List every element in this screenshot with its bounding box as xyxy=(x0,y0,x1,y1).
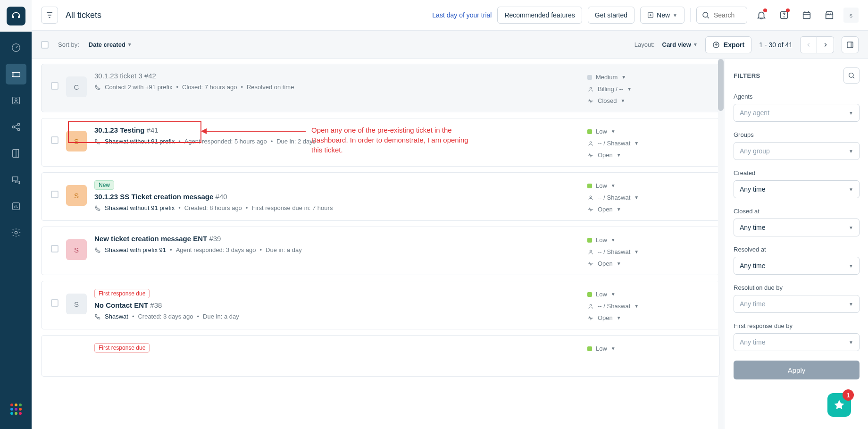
svg-point-18 xyxy=(590,195,592,197)
prev-page-button[interactable] xyxy=(800,36,817,53)
group-dropdown[interactable]: -- / Shaswat▼ xyxy=(587,303,710,310)
ticket-checkbox[interactable] xyxy=(51,299,58,307)
nav-dashboard[interactable] xyxy=(6,37,26,58)
svg-rect-13 xyxy=(803,13,810,19)
phone-icon xyxy=(94,138,101,145)
layout-dropdown[interactable]: Card view ▼ xyxy=(662,41,698,48)
nav-tickets[interactable] xyxy=(6,64,26,84)
ticket-title[interactable]: 30.1.23 ticket 3 #42 xyxy=(94,72,156,80)
select-all-checkbox[interactable] xyxy=(41,41,49,49)
search-input[interactable] xyxy=(714,11,742,19)
ticket-row[interactable]: First response due Low▼ xyxy=(41,335,720,377)
ticket-contact[interactable]: Contact 2 with +91 prefix xyxy=(105,84,172,91)
nav-admin[interactable] xyxy=(6,222,26,243)
ticket-meta: Shaswat with prefix 91 •Agent responded:… xyxy=(94,246,580,253)
ticket-checkbox[interactable] xyxy=(51,82,58,90)
help-button[interactable] xyxy=(776,7,793,24)
ticket-meta: Shaswat without 91 prefix •Created: 8 ho… xyxy=(94,204,580,211)
chevron-down-icon: ▼ xyxy=(611,237,616,243)
priority-dropdown[interactable]: Low▼ xyxy=(587,182,710,189)
header: All tickets Last day of your trial Recom… xyxy=(32,0,868,31)
marketplace-button[interactable] xyxy=(821,7,838,24)
ticket-title[interactable]: New ticket creation message ENT #39 xyxy=(94,235,221,243)
ticket-contact[interactable]: Shaswat with prefix 91 xyxy=(105,246,166,253)
nav-social[interactable] xyxy=(6,117,26,137)
export-button[interactable]: Export xyxy=(705,36,751,53)
whats-new-button[interactable] xyxy=(798,7,815,24)
nav-forums[interactable] xyxy=(6,169,26,190)
group-dropdown[interactable]: -- / Shaswat▼ xyxy=(587,248,710,255)
priority-dropdown[interactable]: Low▼ xyxy=(587,291,710,298)
ticket-row[interactable]: S First response due No Contact ENT #38 … xyxy=(41,281,720,329)
panel-toggle-button[interactable] xyxy=(842,36,859,53)
ticket-title[interactable]: No Contact ENT #38 xyxy=(94,301,162,309)
pulse-icon xyxy=(587,261,594,267)
search-box[interactable] xyxy=(696,7,747,24)
ticket-contact[interactable]: Shaswat without 91 prefix xyxy=(105,138,175,145)
filter-resolution-due-select[interactable]: Any time▼ xyxy=(734,295,860,313)
freshworks-fab[interactable]: 1 xyxy=(827,393,851,417)
apply-button[interactable]: Apply xyxy=(734,361,860,379)
filter-closed-select[interactable]: Any time▼ xyxy=(734,219,860,236)
phone-icon xyxy=(94,205,101,211)
trial-link[interactable]: Last day of your trial xyxy=(432,11,492,19)
nav-contacts[interactable] xyxy=(6,90,26,111)
ticket-id: #41 xyxy=(147,126,159,134)
filter-resolved-select[interactable]: Any time▼ xyxy=(734,257,860,275)
filter-presets-button[interactable] xyxy=(41,7,58,24)
filter-created-select[interactable]: Any time▼ xyxy=(734,180,860,198)
ticket-contact[interactable]: Shaswat xyxy=(105,313,128,320)
ticket-row[interactable]: S New 30.1.23 SS Ticket creation message… xyxy=(41,172,720,221)
recommended-button[interactable]: Recommended features xyxy=(497,7,582,24)
ticket-title[interactable]: 30.1.23 Testing #41 xyxy=(94,126,159,134)
nav-apps[interactable] xyxy=(6,399,26,420)
filter-search-button[interactable] xyxy=(843,67,860,84)
priority-dropdown[interactable]: Low▼ xyxy=(587,345,710,352)
status-dropdown[interactable]: Open▼ xyxy=(587,151,710,159)
ticket-meta: Shaswat •Created: 3 days ago•Due in: a d… xyxy=(94,313,580,320)
ticket-checkbox[interactable] xyxy=(51,191,58,198)
status-dropdown[interactable]: Open▼ xyxy=(587,260,710,267)
filter-agents-select[interactable]: Any agent▼ xyxy=(734,104,860,122)
gear-icon xyxy=(11,227,21,238)
priority-dropdown[interactable]: Low▼ xyxy=(587,236,710,244)
tickets-list: C 30.1.23 ticket 3 #42 Contact 2 with +9… xyxy=(32,59,725,429)
filter-groups-select[interactable]: Any group▼ xyxy=(734,142,860,160)
svg-point-8 xyxy=(15,231,17,234)
ticket-checkbox[interactable] xyxy=(51,245,58,252)
pulse-icon xyxy=(587,152,594,159)
next-page-button[interactable] xyxy=(817,36,834,53)
priority-dot xyxy=(587,75,592,80)
ticket-contact[interactable]: Shaswat without 91 prefix xyxy=(105,204,175,211)
status-dropdown[interactable]: Closed▼ xyxy=(587,97,710,104)
priority-dot xyxy=(587,129,592,134)
priority-dropdown[interactable]: Medium▼ xyxy=(587,74,710,81)
user-avatar[interactable]: s xyxy=(843,8,859,23)
ticket-row[interactable]: S New ticket creation message ENT #39 Sh… xyxy=(41,227,720,275)
scrollbar-thumb[interactable] xyxy=(718,59,724,111)
svg-point-5 xyxy=(17,123,20,126)
fab-badge: 1 xyxy=(843,389,854,401)
svg-point-19 xyxy=(590,250,592,252)
group-dropdown[interactable]: -- / Shaswat▼ xyxy=(587,140,710,147)
pulse-icon xyxy=(587,315,594,321)
ticket-row[interactable]: C 30.1.23 ticket 3 #42 Contact 2 with +9… xyxy=(41,64,720,112)
ticket-title[interactable]: 30.1.23 SS Ticket creation message #40 xyxy=(94,193,227,201)
group-dropdown[interactable]: -- / Shaswat▼ xyxy=(587,194,710,201)
ticket-checkbox[interactable] xyxy=(51,136,58,144)
new-button[interactable]: New ▼ xyxy=(640,7,684,24)
status-dropdown[interactable]: Open▼ xyxy=(587,206,710,213)
nav-analytics[interactable] xyxy=(6,196,26,217)
priority-dropdown[interactable]: Low▼ xyxy=(587,128,710,135)
filter-first-response-select[interactable]: Any time▼ xyxy=(734,333,860,351)
ticket-row[interactable]: S 30.1.23 Testing #41 Shaswat without 91… xyxy=(41,118,720,167)
nav-solutions[interactable] xyxy=(6,143,26,164)
logo[interactable] xyxy=(0,0,32,32)
group-dropdown[interactable]: Billing / --▼ xyxy=(587,85,710,93)
sort-dropdown[interactable]: Date created ▼ xyxy=(89,41,132,48)
status-dropdown[interactable]: Open▼ xyxy=(587,314,710,321)
notifications-button[interactable] xyxy=(753,7,770,24)
ticket-avatar: S xyxy=(66,294,87,314)
get-started-button[interactable]: Get started xyxy=(588,7,634,24)
chart-icon xyxy=(11,201,21,211)
